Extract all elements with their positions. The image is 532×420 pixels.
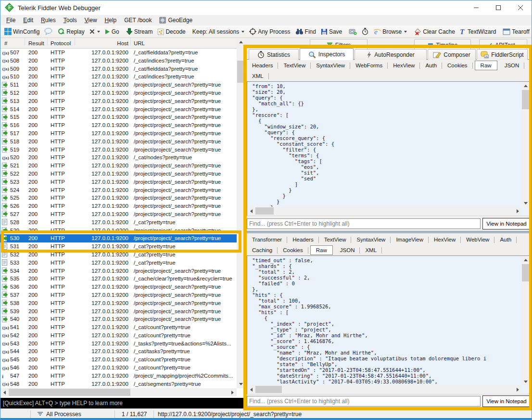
scroll-left-button[interactable] [248, 385, 255, 394]
request-tab-webforms[interactable]: WebForms [350, 61, 388, 70]
session-row-535[interactable]: 535200HTTP127.0.0.1:9200/_cache/clear?pr… [0, 275, 237, 283]
session-row-512[interactable]: 512200HTTP127.0.0.1:9200/project/project… [0, 89, 237, 97]
toolbar-button-browse[interactable]: eBrowse [371, 26, 409, 37]
dropdown-caret-icon[interactable] [404, 31, 407, 33]
session-row-542[interactable]: {js}542200HTTP127.0.0.1:9200/_cat/count?… [0, 331, 237, 340]
maximize-button[interactable] [487, 0, 509, 15]
session-row-528[interactable]: 528200HTTP127.0.0.1:9200/_cat?pretty=tru… [0, 218, 237, 227]
response-find-input[interactable] [247, 396, 481, 407]
tab-fiddlerscript[interactable]: JSFiddlerScript [477, 49, 528, 60]
session-list-header[interactable]: # Result Protocol Host URL [0, 38, 237, 49]
response-tab-hexview[interactable]: HexView [429, 235, 461, 244]
toolbar-button-find[interactable]: Find [293, 26, 318, 37]
response-tab-webview[interactable]: WebView [461, 235, 494, 244]
response-tab-raw[interactable]: Raw [310, 245, 333, 255]
column-header-result[interactable]: Result [28, 38, 44, 49]
hscroll-thumb[interactable] [9, 389, 130, 396]
toolbar-button-speech-bubble[interactable] [42, 26, 55, 37]
session-row-527[interactable]: 527200HTTP127.0.0.1:9200/project/project… [0, 210, 237, 218]
session-row-543[interactable]: {js}543200HTTP127.0.0.1:9200/_tasks?pret… [0, 340, 237, 348]
toolbar-button-clear-cache[interactable]: Clear Cache [411, 26, 457, 37]
vscroll-thumb[interactable] [522, 90, 529, 109]
session-row-539[interactable]: 539200HTTP127.0.0.1:9200/project/project… [0, 307, 237, 316]
session-row-529[interactable]: 529200HTTP127.0.0.1:9200/project/project… [0, 227, 237, 235]
toolbar-button-replay[interactable]: Replay [55, 26, 87, 37]
scroll-left-button[interactable] [0, 388, 9, 396]
session-row-515[interactable]: 515200HTTP127.0.0.1:9200/project/project… [0, 113, 237, 121]
request-view-in-notepad-button[interactable]: View in Notepad [482, 218, 531, 229]
scroll-up-button[interactable] [521, 82, 530, 89]
menu-item-view[interactable]: View [81, 15, 101, 25]
request-tab-json[interactable]: JSON [499, 61, 525, 70]
request-tab-textview[interactable]: TextView [278, 61, 311, 70]
request-body-text[interactable]: "from": 10, "size": 20, "query": { "matc… [248, 82, 521, 207]
response-tab-headers[interactable]: Headers [287, 235, 318, 244]
close-button[interactable] [509, 0, 532, 15]
hscroll-thumb[interactable] [255, 386, 282, 393]
toolbar-button-go[interactable]: Go [102, 26, 122, 37]
dropdown-caret-icon[interactable] [241, 31, 244, 33]
request-find-input[interactable] [247, 218, 481, 229]
session-row-518[interactable]: 518200HTTP127.0.0.1:9200/project/project… [0, 138, 237, 146]
toolbar-button-winconfig[interactable]: WinConfig [2, 26, 42, 37]
session-row-546[interactable]: {js}546200HTTP127.0.0.1:9200/_cat/count?… [0, 364, 237, 372]
session-row-531[interactable]: 531200HTTP127.0.0.1:9200/_cat?pretty=tru… [0, 242, 237, 251]
scroll-down-button[interactable] [521, 200, 530, 207]
session-row-541[interactable]: {js}541200HTTP127.0.0.1:9200/_cat/count?… [0, 323, 237, 331]
menu-item-tools[interactable]: Tools [60, 15, 81, 25]
session-row-537[interactable]: 537200HTTP127.0.0.1:9200/project/project… [0, 291, 237, 299]
tab-statistics[interactable]: Statistics [249, 49, 299, 60]
response-tab-cookies[interactable]: Cookies [278, 245, 308, 255]
request-tab-xml[interactable]: XML [247, 71, 269, 81]
scroll-down-button[interactable] [521, 378, 530, 385]
session-row-508[interactable]: {js}508200HTTP127.0.0.1:9200/_cat/indice… [0, 57, 237, 65]
session-row-514[interactable]: 514200HTTP127.0.0.1:9200/project/project… [0, 105, 237, 114]
toolbar-button-textwizard[interactable]: TTextWizard [457, 26, 498, 37]
scroll-right-button[interactable] [514, 385, 521, 394]
menu-item-file[interactable]: File [2, 15, 19, 25]
request-tab-headers[interactable]: Headers [247, 61, 278, 70]
session-row-523[interactable]: 523200HTTP127.0.0.1:9200/project/project… [0, 178, 237, 186]
tab-inspectors[interactable]: Inspectors [300, 48, 354, 60]
response-view-in-notepad-button[interactable]: View in Notepad [482, 395, 531, 407]
session-row-513[interactable]: 513200HTTP127.0.0.1:9200/project/project… [0, 97, 237, 105]
menu-item-get-book[interactable]: GET /book [120, 15, 155, 25]
session-row-530[interactable]: 530200HTTP127.0.0.1:9200/project/project… [0, 234, 237, 242]
column-header-host[interactable]: Host [73, 38, 128, 49]
menu-item-geoedge[interactable]: GeoEdge [155, 15, 196, 25]
scroll-up-button[interactable] [237, 38, 245, 46]
quickexec-bar[interactable]: [QuickExec] ALT+Q > type HELP to learn m… [0, 398, 245, 408]
response-tab-auth[interactable]: Auth [494, 235, 517, 244]
response-tab-xml[interactable]: XML [360, 245, 382, 255]
session-row-517[interactable]: 517200HTTP127.0.0.1:9200/project/project… [0, 129, 237, 138]
column-header-number[interactable]: # [4, 38, 7, 49]
toolbar-button-keep-all-sessions[interactable]: Keep: All sessions [190, 26, 247, 37]
tab-autoresponder[interactable]: AutoResponder [355, 49, 427, 60]
tab-composer[interactable]: Composer [428, 49, 476, 60]
toolbar-button-screenshot-camera[interactable] [346, 26, 359, 37]
session-list-hscrollbar[interactable] [0, 388, 237, 396]
response-tab-syntaxview[interactable]: SyntaxView [351, 235, 391, 244]
session-row-538[interactable]: 538200HTTP127.0.0.1:9200/project/project… [0, 299, 237, 307]
session-row-520[interactable]: {js}520200HTTP127.0.0.1:9200/_cat/nodes?… [0, 153, 237, 162]
session-list-vscrollbar[interactable] [237, 38, 245, 388]
request-hscrollbar[interactable] [248, 207, 521, 215]
vscroll-thumb[interactable] [237, 61, 244, 83]
session-row-540[interactable]: 540200HTTP127.0.0.1:9200/project/project… [0, 315, 237, 323]
vscroll-thumb[interactable] [522, 264, 529, 281]
toolbar-button-any-process[interactable]: Any Process [247, 26, 292, 37]
session-row-521[interactable]: 521200HTTP127.0.0.1:9200/project/project… [0, 162, 237, 170]
session-row-522[interactable]: 522200HTTP127.0.0.1:9200/project/project… [0, 170, 237, 178]
menu-item-help[interactable]: Help [101, 15, 121, 25]
request-response-splitter[interactable] [245, 231, 532, 233]
response-body-text[interactable]: "timed_out" : false, "_shards" : { "tota… [248, 256, 521, 385]
request-tab-syntaxview[interactable]: SyntaxView [311, 61, 350, 70]
toolbar-button-save[interactable]: Save [318, 26, 344, 37]
session-row-548[interactable]: {js}548200HTTP127.0.0.1:9200/_cat/segmen… [0, 380, 237, 388]
session-row-507[interactable]: {js}507200HTTP127.0.0.1:9200/_cat/fieldd… [0, 49, 237, 57]
request-tab-hexview[interactable]: HexView [388, 61, 420, 70]
session-row-533[interactable]: 533200HTTP127.0.0.1:9200/_cat?pretty=tru… [0, 259, 237, 267]
toolbar-button-remove-x[interactable] [87, 26, 102, 37]
request-tab-cookies[interactable]: Cookies [442, 61, 473, 70]
scroll-right-button[interactable] [514, 207, 521, 215]
